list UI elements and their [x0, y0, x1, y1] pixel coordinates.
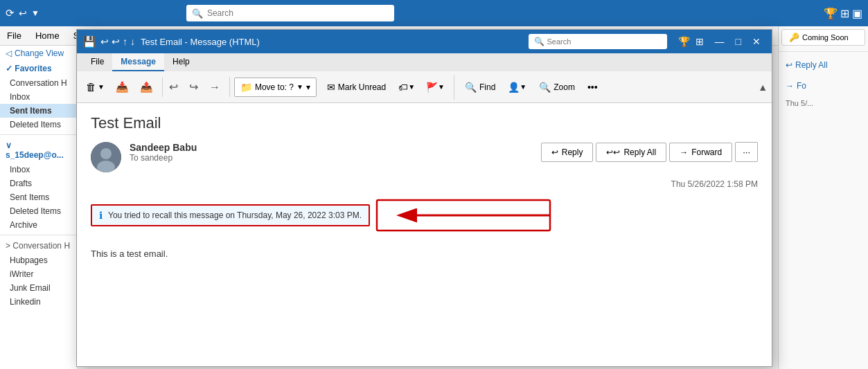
- email-save-icon[interactable]: 💾: [82, 35, 96, 48]
- refresh-icon[interactable]: ⟳: [6, 7, 15, 19]
- email-minimize-btn[interactable]: —: [709, 36, 730, 47]
- email-undo2-icon[interactable]: ↩: [112, 36, 120, 47]
- more-ribbon-btn[interactable]: •••: [583, 78, 603, 96]
- sidebar-item-conversation-h1[interactable]: Conversation H: [0, 76, 78, 90]
- email-medal-icon: 🏆: [678, 36, 690, 47]
- email-subject: Test Email: [91, 114, 758, 132]
- sidebar-item-sent-items1[interactable]: Sent Items: [0, 104, 78, 118]
- forward-panel-btn[interactable]: → Fo: [779, 75, 868, 96]
- move-btn[interactable]: 📤: [135, 78, 158, 97]
- mark-unread-btn[interactable]: ✉ Mark Unread: [321, 78, 392, 96]
- collapse-ribbon-btn[interactable]: ▲: [758, 82, 768, 93]
- layout-icon[interactable]: ▣: [852, 7, 862, 20]
- email-maximize-btn[interactable]: □: [730, 36, 747, 47]
- delete-btn[interactable]: 🗑▼: [81, 78, 109, 96]
- email-undo-icon[interactable]: ↩: [100, 36, 109, 47]
- info-icon: ℹ: [99, 210, 103, 221]
- email-search-box[interactable]: 🔍: [529, 34, 667, 49]
- sidebar-item-deleted2[interactable]: Deleted Items: [0, 204, 78, 218]
- email-search-input[interactable]: [547, 37, 662, 46]
- svg-point-1: [100, 148, 112, 159]
- coming-soon-icon: 🔑: [789, 33, 799, 42]
- outer-search-input[interactable]: [207, 8, 389, 18]
- favorites-header[interactable]: ✓ Favorites: [0, 61, 78, 76]
- forward-nav-btn[interactable]: ↪: [184, 77, 203, 97]
- tab-help[interactable]: Help: [164, 53, 198, 71]
- search-icon: 🔍: [192, 8, 203, 19]
- forward-btn[interactable]: → Forward: [669, 143, 732, 162]
- sender-to: To sandeep: [130, 153, 541, 163]
- annotation-arrow: [375, 195, 556, 236]
- grid-icon[interactable]: ⊞: [840, 7, 849, 20]
- email-down-icon[interactable]: ↓: [130, 36, 135, 47]
- menu-file[interactable]: File: [0, 28, 28, 44]
- email-body: This is a test email.: [91, 247, 758, 262]
- email-grid-icon[interactable]: ⊞: [696, 36, 704, 47]
- coming-soon-label[interactable]: Coming Soon: [802, 33, 849, 42]
- tab-message[interactable]: Message: [112, 53, 164, 71]
- more-actions-btn[interactable]: ···: [735, 142, 758, 162]
- quick-access-icon[interactable]: ▼: [31, 8, 39, 18]
- sidebar-item-archive[interactable]: Archive: [0, 218, 78, 232]
- tab-file[interactable]: File: [82, 53, 112, 71]
- sidebar-item-drafts[interactable]: Drafts: [0, 177, 78, 190]
- undo-icon[interactable]: ↩: [19, 8, 27, 19]
- find-btn[interactable]: 🔍 Find: [459, 78, 502, 96]
- change-view-label: Change View: [15, 48, 64, 58]
- sidebar-item-sent2[interactable]: Sent Items: [0, 190, 78, 204]
- zoom-btn[interactable]: 🔍 Zoom: [533, 78, 581, 96]
- sidebar-item-inbox1[interactable]: Inbox: [0, 90, 78, 104]
- sender-name: Sandeep Babu: [130, 142, 541, 153]
- panel-date: Thu 5/...: [779, 96, 868, 110]
- sidebar-item-inbox2[interactable]: Inbox: [0, 163, 78, 177]
- menu-home[interactable]: Home: [28, 28, 67, 44]
- next-btn[interactable]: →: [204, 78, 225, 97]
- sidebar-item-linkedin[interactable]: Linkedin: [0, 295, 78, 309]
- recall-notice-text: You tried to recall this message on Thur…: [108, 210, 362, 220]
- avatar: [91, 142, 121, 172]
- reply-btn[interactable]: ↩ Reply: [541, 143, 594, 162]
- sidebar-item-deleted1[interactable]: Deleted Items: [0, 118, 78, 132]
- back-btn[interactable]: ↩: [164, 77, 183, 97]
- account-header[interactable]: ∨ s_15deep@o...: [0, 138, 78, 163]
- sidebar-item-junk[interactable]: Junk Email: [0, 281, 78, 295]
- sidebar-item-hubpages[interactable]: Hubpages: [0, 253, 78, 267]
- reply-all-btn[interactable]: ↩↩ Reply All: [596, 143, 666, 162]
- conversation-header[interactable]: > Conversation H: [0, 238, 78, 253]
- email-timestamp: Thu 5/26/2022 1:58 PM: [91, 179, 758, 189]
- email-window-title: Test Email - Message (HTML): [141, 37, 529, 47]
- email-close-btn[interactable]: ✕: [747, 36, 766, 47]
- recall-notice-box: ℹ You tried to recall this message on Th…: [91, 204, 370, 226]
- tags-btn[interactable]: 🏷▼: [393, 78, 420, 96]
- move-to-btn[interactable]: 📁 Move to: ? ▼ ▾: [234, 78, 317, 97]
- email-up-icon[interactable]: ↑: [123, 36, 127, 47]
- change-view-btn[interactable]: ◁ Change View: [0, 46, 78, 61]
- medal-icon: 🏆: [824, 7, 838, 20]
- flag-btn[interactable]: 🚩▼: [421, 78, 450, 96]
- outer-search-box[interactable]: 🔍: [186, 5, 394, 21]
- reply-all-panel-btn[interactable]: ↩ Reply All: [779, 55, 868, 75]
- people-btn[interactable]: 👤▼: [503, 78, 531, 96]
- sidebar-item-iwriter[interactable]: iWriter: [0, 267, 78, 281]
- archive-btn[interactable]: 📥: [111, 78, 134, 97]
